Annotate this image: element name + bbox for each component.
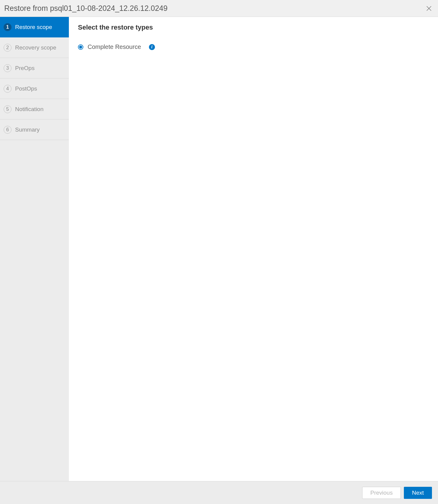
step-number: 6 — [4, 126, 11, 134]
restore-type-option: Complete Resource i — [78, 43, 429, 50]
dialog-header: Restore from psql01_10-08-2024_12.26.12.… — [0, 0, 438, 17]
step-postops[interactable]: 4 PostOps — [0, 78, 69, 99]
main-content: Select the restore types Complete Resour… — [69, 17, 438, 481]
step-number: 1 — [4, 23, 11, 31]
next-button[interactable]: Next — [404, 487, 432, 499]
step-number: 3 — [4, 64, 11, 72]
step-preops[interactable]: 3 PreOps — [0, 58, 69, 78]
step-number: 4 — [4, 85, 11, 93]
previous-button[interactable]: Previous — [362, 487, 401, 499]
step-label: Notification — [15, 106, 43, 113]
step-recovery-scope[interactable]: 2 Recovery scope — [0, 37, 69, 58]
step-label: Restore scope — [15, 24, 52, 30]
step-notification[interactable]: 5 Notification — [0, 99, 69, 120]
step-label: PostOps — [15, 85, 37, 92]
dialog-footer: Previous Next — [0, 481, 438, 504]
step-label: PreOps — [15, 65, 34, 72]
complete-resource-label: Complete Resource — [88, 43, 141, 50]
dialog-title: Restore from psql01_10-08-2024_12.26.12.… — [4, 4, 168, 13]
complete-resource-radio[interactable] — [78, 44, 83, 50]
close-icon — [426, 5, 432, 12]
step-restore-scope[interactable]: 1 Restore scope — [0, 17, 69, 37]
radio-selected-icon — [79, 46, 82, 49]
content-heading: Select the restore types — [78, 24, 429, 31]
step-number: 5 — [4, 105, 11, 113]
step-number: 2 — [4, 44, 11, 52]
step-label: Summary — [15, 126, 40, 133]
wizard-sidebar: 1 Restore scope 2 Recovery scope 3 PreOp… — [0, 17, 69, 481]
dialog-body: 1 Restore scope 2 Recovery scope 3 PreOp… — [0, 17, 438, 481]
step-label: Recovery scope — [15, 44, 56, 51]
info-icon[interactable]: i — [149, 44, 155, 50]
close-button[interactable] — [425, 5, 433, 12]
step-summary[interactable]: 6 Summary — [0, 120, 69, 140]
